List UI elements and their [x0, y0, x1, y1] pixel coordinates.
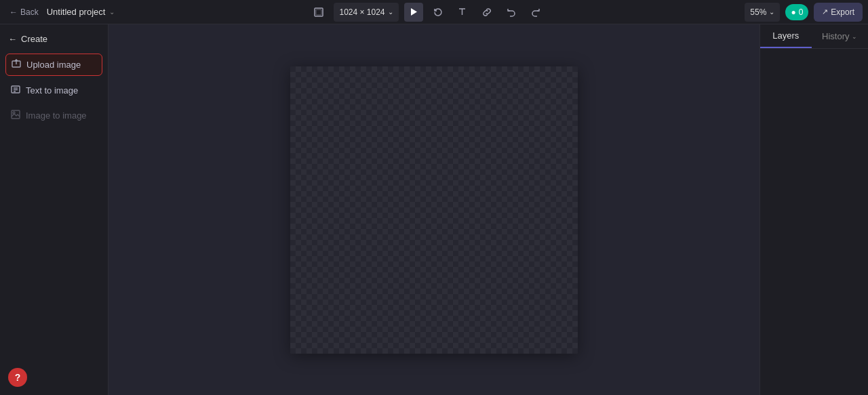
panel-header: ← Create — [5, 33, 102, 45]
image-to-image-item: Image to image — [5, 105, 102, 126]
upload-image-item[interactable]: Upload image — [5, 54, 102, 76]
topbar: ← Back Untitled project ⌄ 1024 × 1024 ⌄ — [0, 0, 868, 24]
topbar-right: 55% ⌄ ● 0 ↗ Export — [727, 3, 863, 22]
tab-layers[interactable]: Layers — [760, 24, 812, 48]
layers-tab-label: Layers — [772, 30, 799, 41]
notification-icon: ● — [791, 7, 795, 17]
text-to-image-item[interactable]: Text to image — [5, 80, 102, 101]
help-icon: ? — [15, 372, 21, 383]
export-label: Export — [831, 7, 854, 17]
text-to-image-label: Text to image — [26, 85, 78, 96]
undo-button[interactable] — [502, 3, 521, 22]
notification-button[interactable]: ● 0 — [785, 4, 808, 20]
tab-history[interactable]: History ⌄ — [812, 24, 869, 48]
export-button[interactable]: ↗ Export — [814, 3, 863, 22]
export-icon: ↗ — [822, 7, 828, 16]
back-button[interactable]: ← Back — [5, 5, 43, 20]
text-tool-button[interactable] — [453, 3, 472, 22]
svg-rect-1 — [316, 9, 321, 15]
text-to-image-icon — [11, 85, 20, 96]
chevron-down-icon[interactable]: ⌄ — [109, 8, 115, 16]
image-to-image-icon — [11, 110, 20, 121]
zoom-chevron-icon: ⌄ — [769, 8, 774, 16]
zoom-button[interactable]: 55% ⌄ — [745, 3, 780, 22]
upload-image-label: Upload image — [26, 60, 81, 70]
image-to-image-label: Image to image — [26, 110, 87, 121]
svg-marker-2 — [411, 8, 417, 16]
left-panel: ← Create Upload image — [0, 24, 108, 395]
play-tool-button[interactable] — [404, 3, 423, 22]
back-label: Back — [20, 7, 39, 17]
back-icon: ← — [9, 7, 18, 17]
canvas — [290, 66, 578, 354]
project-name: Untitled project — [47, 7, 106, 17]
link-tool-button[interactable] — [477, 3, 496, 22]
panel-header-label: Create — [21, 34, 47, 44]
svg-rect-11 — [12, 110, 20, 119]
notification-count-label: 0 — [799, 7, 804, 17]
zoom-level-label: 55% — [750, 7, 766, 17]
canvas-size-chevron-icon: ⌄ — [388, 8, 393, 16]
canvas-area — [108, 24, 760, 395]
topbar-center: 1024 × 1024 ⌄ — [133, 3, 722, 22]
help-button[interactable]: ? — [8, 368, 27, 387]
topbar-left: ← Back Untitled project ⌄ — [5, 5, 127, 20]
right-panel: Layers History ⌄ — [760, 24, 868, 395]
history-chevron-icon: ⌄ — [852, 33, 857, 40]
rotate-tool-button[interactable] — [429, 3, 448, 22]
history-tab-label: History — [822, 31, 849, 41]
right-panel-tabs: Layers History ⌄ — [760, 24, 868, 49]
upload-icon — [12, 59, 21, 70]
canvas-size-button[interactable]: 1024 × 1024 ⌄ — [334, 3, 398, 22]
redo-button[interactable] — [526, 3, 545, 22]
select-tool-button[interactable] — [309, 3, 328, 22]
create-back-icon: ← — [8, 34, 17, 44]
canvas-size-label: 1024 × 1024 — [339, 7, 384, 17]
main-area: ← Create Upload image — [0, 24, 868, 395]
